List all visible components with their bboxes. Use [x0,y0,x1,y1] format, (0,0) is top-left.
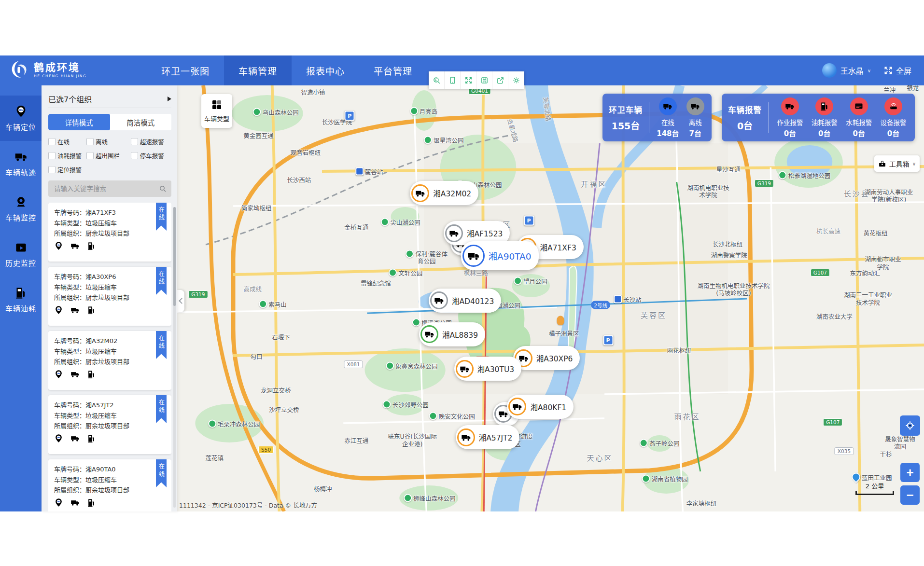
org-value: 厨余垃圾项目部 [85,422,129,429]
vehicle-card[interactable]: 车牌号码湘A32M02 车辆类型垃圾压缩车 所属组织厨余垃圾项目部 在线 [48,331,171,390]
truck-icon [785,101,795,111]
zoom-out-button[interactable]: − [900,485,920,505]
vehicle-marker[interactable]: 湘A80KF1 [507,395,574,419]
user-menu[interactable]: 王水晶 ∨ [822,63,871,78]
vehicle-marker[interactable]: 湘A32M02 [410,181,478,205]
map-label: 莲花镇 [206,453,224,462]
map-label: X081 [344,360,363,368]
zoom-in-button[interactable]: + [900,463,920,482]
locate-icon[interactable] [54,305,63,315]
alarm-stats-panel: 车辆报警 0台 作业报警 0台 油耗报警 [722,94,915,141]
sidebar-item[interactable]: 车辆油耗 [0,277,42,322]
vehicle-card[interactable]: 车牌号码湘A71XF3 车辆类型垃圾压缩车 所属组织厨余垃圾项目部 在线 [48,203,171,262]
map-label: 尖山湖公园 [380,217,420,226]
locate-icon[interactable] [54,434,63,443]
toolbar-button[interactable] [429,71,445,89]
plate-label: 车牌号码 [54,466,85,473]
mode-tab[interactable]: 简洁模式 [110,114,172,130]
marker-plate: 湘A30TU3 [477,363,515,374]
filter-option[interactable]: 超速报警 [131,137,171,146]
scrollbar[interactable] [173,207,176,508]
vehicle-marker[interactable]: 湘A30TU3 [454,357,522,381]
vehicle-marker[interactable]: 湘AD40123 [429,289,501,313]
checkbox[interactable] [131,138,138,145]
filter-option[interactable]: 离线 [86,137,131,146]
menu-item[interactable]: 车辆管理 [224,55,292,85]
track-icon[interactable] [70,370,80,379]
checkbox[interactable] [48,166,56,173]
mode-tab[interactable]: 详情模式 [48,114,110,130]
vehicle-card[interactable]: 车牌号码湘A57JT2 车辆类型垃圾压缩车 所属组织厨余垃圾项目部 在线 [48,395,171,454]
track-icon[interactable] [70,241,80,250]
fuel-icon[interactable] [87,305,96,315]
fullscreen-button[interactable]: 全屏 [883,65,911,76]
fleet-stats-panel: 环卫车辆 155台 在线 148台 离线 7台 [602,94,712,141]
locate-icon[interactable] [54,241,63,250]
org-value: 厨余垃圾项目部 [85,294,129,301]
chevron-down-icon: ∨ [868,68,871,73]
toolbar-button[interactable] [461,71,476,89]
locate-icon[interactable] [54,498,63,507]
toolbar-button[interactable] [445,71,461,89]
org-selector[interactable]: 已选7个组织 [48,90,171,108]
vehicle-card[interactable]: 车牌号码湘A90TA0 车辆类型垃圾压缩车 所属组织厨余垃圾项目部 在线 [48,459,171,511]
vehicle-type-button[interactable]: 车辆类型 [201,94,232,128]
plate-value: 湘A57JT2 [85,401,113,409]
vehicle-card[interactable]: 车牌号码湘A30XP6 车辆类型垃圾压缩车 所属组织厨余垃圾项目部 在线 [48,267,171,326]
checkbox[interactable] [131,152,138,159]
fuel-icon[interactable] [87,370,96,379]
track-icon[interactable] [70,498,80,507]
track-icon[interactable] [70,305,80,315]
marker-circle [445,224,463,242]
map-canvas[interactable]: 智造小镇 乌山森林公园 长沙医学院 黄金园互通 月亮岛 银星湾公园 观音岩枢纽 … [177,85,924,511]
toolbar-button[interactable] [492,71,508,89]
sidebar-item[interactable]: 车辆轨迹 [0,141,42,186]
alarm-icon [815,97,833,115]
filter-option[interactable]: 超出围栏 [86,151,131,160]
filter-option[interactable]: 定位报警 [48,165,86,174]
status-filters: 在线 离线 超速报警 油耗报警 [48,137,171,174]
toolbox-button[interactable]: 工具箱 ∨ [874,155,920,172]
expand-org-icon[interactable] [168,97,171,101]
sidebar-item[interactable]: 历史监控 [0,232,42,277]
fuel-icon[interactable] [87,434,96,443]
locate-button[interactable] [900,415,920,436]
vehicle-marker[interactable]: 湘A90TA0 [461,241,539,270]
map-label: S50 [258,446,274,454]
filter-option[interactable]: 在线 [48,137,86,146]
map-background [177,85,924,511]
vehicle-marker[interactable]: 湘A57JT2 [456,425,520,449]
alarm-label: 水耗报警 [846,117,872,127]
vehicle-marker[interactable]: 湘AL8839 [419,322,485,346]
map-label: 文轩公园 [389,268,422,277]
locate-icon[interactable] [54,370,63,379]
fuel-icon[interactable] [87,498,96,507]
menu-item[interactable]: 环卫一张图 [147,55,224,85]
search-input[interactable] [53,184,159,193]
menu-item[interactable]: 平台管理 [359,55,427,85]
scrollbar-thumb[interactable] [173,207,176,306]
map-label: 勾口 [250,351,262,360]
map-label: 保利·麓谷体育公园 [406,249,448,265]
checkbox[interactable] [48,152,56,159]
sidebar-item[interactable]: 车辆监控 [0,186,42,232]
vehicle-marker[interactable]: 湘A30XP6 [513,346,580,370]
fuel-icon[interactable] [87,241,96,250]
sidebar-item-label: 车辆定位 [5,122,36,132]
offline-truck-icon [686,97,704,115]
org-label: 所属组织 [54,230,85,237]
filter-option[interactable]: 停车报警 [131,151,171,160]
search-icon[interactable] [159,185,167,193]
checkbox[interactable] [48,138,56,145]
toolbar-button[interactable] [508,71,524,89]
checkbox[interactable] [86,138,94,145]
collapse-panel-handle[interactable] [177,290,184,312]
track-icon[interactable] [70,434,80,443]
filter-label: 离线 [96,137,108,146]
online-label: 在线 [661,117,674,127]
menu-item[interactable]: 报表中心 [292,55,359,85]
filter-option[interactable]: 油耗报警 [48,151,86,160]
sidebar-item[interactable]: 车辆定位 [0,96,42,141]
toolbar-button[interactable] [476,71,492,89]
checkbox[interactable] [86,152,94,159]
